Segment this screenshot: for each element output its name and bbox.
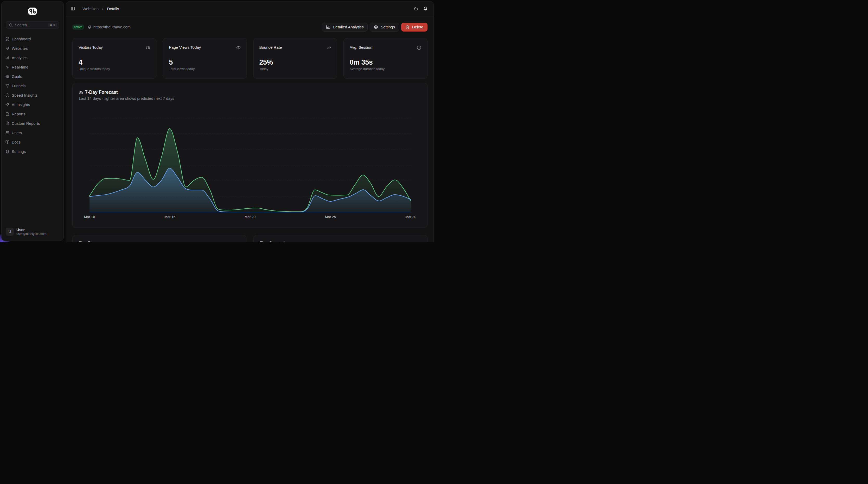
- svg-text:Mar 10: Mar 10: [84, 215, 95, 219]
- svg-text:Mar 25: Mar 25: [325, 215, 336, 219]
- svg-text:Mar 30: Mar 30: [405, 215, 416, 219]
- svg-text:Mar 15: Mar 15: [164, 215, 175, 219]
- svg-text:Mar 20: Mar 20: [245, 215, 255, 219]
